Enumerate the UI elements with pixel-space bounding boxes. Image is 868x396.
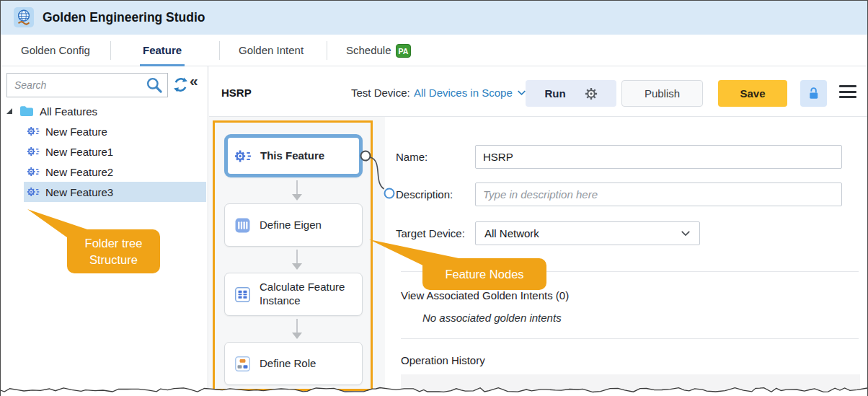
pa-badge: PA bbox=[396, 44, 411, 58]
operation-history-header-bar bbox=[401, 374, 860, 396]
folder-icon bbox=[19, 105, 34, 117]
feature-tree: All Features New Feature New Feature1 Ne… bbox=[1, 101, 208, 202]
save-button[interactable]: Save bbox=[718, 80, 787, 107]
tree-item-label: New Feature3 bbox=[45, 186, 113, 198]
search-icon[interactable] bbox=[146, 76, 163, 94]
workflow-canvas: This Feature Define Eigen Calculate Feat… bbox=[209, 117, 385, 396]
tree-item-new-feature2[interactable]: New Feature2 bbox=[24, 162, 206, 182]
test-device-value: All Devices in Scope bbox=[414, 87, 513, 99]
node-this-feature[interactable]: This Feature bbox=[224, 134, 363, 177]
callout-text: Structure bbox=[89, 253, 138, 266]
tab-golden-intent[interactable]: Golden Intent bbox=[239, 44, 304, 56]
test-device-label: Test Device: bbox=[351, 87, 410, 99]
app-logo bbox=[14, 7, 34, 27]
node-define-eigen[interactable]: Define Eigen bbox=[224, 203, 363, 247]
tab-separator bbox=[110, 41, 111, 60]
run-settings-gear-icon[interactable] bbox=[585, 87, 598, 100]
feature-nodes-callout: Feature Nodes bbox=[422, 258, 546, 290]
chevron-down-icon bbox=[681, 230, 691, 237]
menu-icon[interactable] bbox=[839, 85, 856, 98]
tree-root-label: All Features bbox=[40, 105, 97, 118]
tab-golden-config[interactable]: Golden Config bbox=[21, 44, 90, 56]
lock-button[interactable] bbox=[800, 80, 827, 107]
tab-separator bbox=[327, 41, 327, 60]
globe-icon bbox=[14, 8, 33, 27]
flow-arrow bbox=[209, 319, 385, 339]
feature-title: HSRP bbox=[221, 87, 252, 99]
name-field[interactable] bbox=[475, 145, 842, 169]
tree-item-label: New Feature2 bbox=[45, 166, 113, 178]
node-label: Define Role bbox=[260, 357, 320, 371]
refresh-icon[interactable] bbox=[172, 76, 189, 93]
expander-icon[interactable] bbox=[6, 108, 12, 114]
target-device-label: Target Device: bbox=[396, 227, 465, 239]
folder-tree-callout: Folder tree Structure bbox=[67, 229, 160, 273]
description-field[interactable] bbox=[475, 182, 842, 206]
app-title: Golden Engineering Studio bbox=[43, 10, 205, 25]
tab-feature[interactable]: Feature bbox=[143, 44, 182, 56]
eigen-icon bbox=[234, 218, 251, 233]
search-box bbox=[6, 73, 168, 97]
tree-item-new-feature[interactable]: New Feature bbox=[24, 121, 206, 141]
no-intents-text: No associated golden intents bbox=[422, 312, 562, 324]
description-label: Description: bbox=[396, 188, 453, 201]
divider bbox=[401, 338, 859, 339]
feature-detail-panel: Name: Description: Target Device: All Ne… bbox=[385, 117, 868, 396]
tree-item-new-feature3[interactable]: New Feature3 bbox=[24, 182, 206, 202]
target-device-value: All Network bbox=[484, 227, 539, 239]
run-button[interactable]: Run bbox=[526, 80, 616, 107]
run-label: Run bbox=[544, 87, 565, 100]
node-calculate-feature-instance[interactable]: Calculate Feature Instance bbox=[224, 273, 363, 316]
feature-gear-icon bbox=[235, 149, 252, 164]
feature-toolbar: HSRP Test Device: All Devices in Scope R… bbox=[209, 66, 868, 117]
search-input[interactable] bbox=[7, 79, 146, 91]
view-associated-intents-link[interactable]: View Associated Golden Intents (0) bbox=[401, 289, 569, 302]
feature-gear-icon bbox=[27, 167, 40, 177]
role-org-icon bbox=[234, 356, 251, 371]
callout-text: Folder tree bbox=[85, 237, 143, 250]
tab-separator bbox=[219, 41, 220, 60]
tree-root-all-features[interactable]: All Features bbox=[1, 101, 208, 121]
feature-gear-icon bbox=[27, 126, 40, 136]
instance-grid-icon bbox=[234, 287, 251, 302]
tab-schedule[interactable]: Schedule bbox=[346, 44, 391, 56]
operation-history-title: Operation History bbox=[401, 354, 485, 366]
chevron-down-icon bbox=[517, 89, 526, 96]
tree-item-new-feature1[interactable]: New Feature1 bbox=[24, 141, 206, 162]
node-label: Calculate Feature Instance bbox=[260, 281, 362, 308]
tab-bar: Golden Config Feature Golden Intent Sche… bbox=[1, 35, 867, 66]
feature-gear-icon bbox=[27, 187, 40, 197]
feature-gear-icon bbox=[27, 146, 40, 157]
tree-item-label: New Feature bbox=[45, 126, 107, 138]
node-define-role[interactable]: Define Role bbox=[224, 342, 363, 385]
flow-arrow bbox=[209, 250, 385, 270]
node-label: This Feature bbox=[260, 149, 329, 163]
test-device-dropdown[interactable]: All Devices in Scope bbox=[414, 87, 526, 99]
app-window: Golden Engineering Studio Golden Config … bbox=[0, 0, 868, 396]
collapse-sidebar-icon[interactable]: « bbox=[190, 72, 197, 89]
target-device-select[interactable]: All Network bbox=[475, 221, 700, 245]
publish-button[interactable]: Publish bbox=[621, 80, 703, 107]
tree-item-label: New Feature1 bbox=[45, 146, 113, 158]
flow-arrow bbox=[209, 180, 385, 201]
name-label: Name: bbox=[396, 151, 428, 163]
unlock-icon bbox=[807, 87, 820, 100]
app-header: Golden Engineering Studio bbox=[1, 1, 867, 35]
node-label: Define Eigen bbox=[260, 219, 326, 232]
